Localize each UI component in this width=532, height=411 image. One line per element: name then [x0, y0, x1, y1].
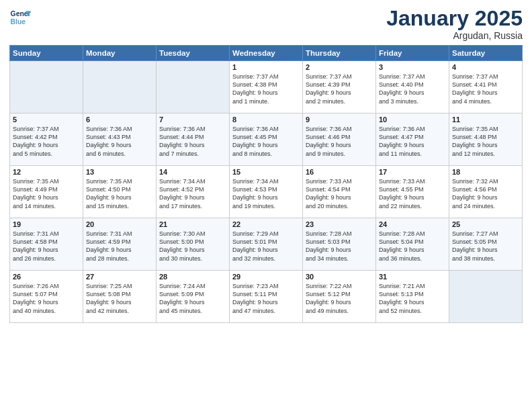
weekday-header-sunday: Sunday [10, 46, 83, 61]
day-detail: Sunrise: 7:22 AM Sunset: 5:12 PM Dayligh… [306, 282, 373, 315]
day-number: 24 [379, 220, 446, 228]
day-detail: Sunrise: 7:36 AM Sunset: 4:46 PM Dayligh… [306, 125, 373, 158]
calendar-cell: 24Sunrise: 7:28 AM Sunset: 5:04 PM Dayli… [376, 218, 449, 271]
calendar-cell: 19Sunrise: 7:31 AM Sunset: 4:58 PM Dayli… [10, 218, 83, 271]
calendar-cell: 5Sunrise: 7:37 AM Sunset: 4:42 PM Daylig… [10, 113, 83, 166]
calendar-cell: 18Sunrise: 7:32 AM Sunset: 4:56 PM Dayli… [449, 166, 523, 218]
logo-icon: General Blue [9, 7, 31, 28]
day-number: 10 [379, 116, 446, 124]
day-number: 23 [306, 220, 373, 228]
calendar-cell: 13Sunrise: 7:35 AM Sunset: 4:50 PM Dayli… [83, 166, 157, 218]
calendar-cell: 31Sunrise: 7:21 AM Sunset: 5:13 PM Dayli… [376, 271, 449, 323]
calendar-cell: 16Sunrise: 7:33 AM Sunset: 4:54 PM Dayli… [303, 166, 376, 218]
day-number: 9 [306, 116, 373, 124]
svg-text:Blue: Blue [11, 18, 26, 26]
day-detail: Sunrise: 7:33 AM Sunset: 4:55 PM Dayligh… [379, 177, 446, 210]
day-number: 26 [13, 273, 80, 281]
day-detail: Sunrise: 7:30 AM Sunset: 5:00 PM Dayligh… [159, 230, 226, 263]
day-number: 8 [232, 116, 300, 124]
calendar-cell [157, 61, 230, 113]
calendar-cell: 30Sunrise: 7:22 AM Sunset: 5:12 PM Dayli… [303, 271, 376, 323]
weekday-header-thursday: Thursday [303, 46, 376, 61]
day-detail: Sunrise: 7:23 AM Sunset: 5:11 PM Dayligh… [232, 282, 300, 315]
day-number: 22 [232, 220, 300, 228]
calendar-cell: 27Sunrise: 7:25 AM Sunset: 5:08 PM Dayli… [83, 271, 157, 323]
weekday-header-wednesday: Wednesday [230, 46, 303, 61]
day-detail: Sunrise: 7:37 AM Sunset: 4:41 PM Dayligh… [452, 73, 519, 105]
day-number: 29 [232, 273, 300, 281]
day-number: 28 [159, 273, 226, 281]
header: General Blue January 2025 Argudan, Russi… [9, 7, 523, 41]
calendar-cell: 10Sunrise: 7:36 AM Sunset: 4:47 PM Dayli… [376, 113, 449, 166]
week-row-5: 26Sunrise: 7:26 AM Sunset: 5:07 PM Dayli… [10, 271, 523, 323]
day-number: 27 [86, 273, 153, 281]
title-block: January 2025 Argudan, Russia [386, 7, 523, 41]
calendar-cell: 3Sunrise: 7:37 AM Sunset: 4:40 PM Daylig… [376, 61, 449, 113]
calendar-cell: 15Sunrise: 7:34 AM Sunset: 4:53 PM Dayli… [230, 166, 303, 218]
day-detail: Sunrise: 7:36 AM Sunset: 4:45 PM Dayligh… [232, 125, 300, 158]
day-detail: Sunrise: 7:35 AM Sunset: 4:49 PM Dayligh… [13, 177, 80, 210]
day-detail: Sunrise: 7:37 AM Sunset: 4:42 PM Dayligh… [13, 125, 80, 158]
day-detail: Sunrise: 7:36 AM Sunset: 4:43 PM Dayligh… [86, 125, 153, 158]
calendar-cell: 6Sunrise: 7:36 AM Sunset: 4:43 PM Daylig… [83, 113, 157, 166]
day-number: 13 [86, 168, 153, 176]
calendar-cell [10, 61, 83, 113]
week-row-3: 12Sunrise: 7:35 AM Sunset: 4:49 PM Dayli… [10, 166, 523, 218]
day-number: 3 [379, 63, 446, 71]
day-detail: Sunrise: 7:33 AM Sunset: 4:54 PM Dayligh… [306, 177, 373, 210]
day-number: 20 [86, 220, 153, 228]
day-detail: Sunrise: 7:37 AM Sunset: 4:38 PM Dayligh… [232, 73, 300, 105]
day-number: 1 [232, 63, 300, 71]
weekday-header-tuesday: Tuesday [157, 46, 230, 61]
day-detail: Sunrise: 7:31 AM Sunset: 4:59 PM Dayligh… [86, 230, 153, 263]
day-detail: Sunrise: 7:28 AM Sunset: 5:03 PM Dayligh… [306, 230, 373, 263]
calendar-cell: 22Sunrise: 7:29 AM Sunset: 5:01 PM Dayli… [230, 218, 303, 271]
day-number: 4 [452, 63, 519, 71]
logo: General Blue [9, 7, 31, 28]
day-number: 19 [13, 220, 80, 228]
day-number: 2 [306, 63, 373, 71]
day-detail: Sunrise: 7:36 AM Sunset: 4:44 PM Dayligh… [159, 125, 226, 158]
week-row-1: 1Sunrise: 7:37 AM Sunset: 4:38 PM Daylig… [10, 61, 523, 113]
calendar-cell [83, 61, 157, 113]
subtitle: Argudan, Russia [386, 30, 523, 41]
day-number: 17 [379, 168, 446, 176]
calendar-cell: 21Sunrise: 7:30 AM Sunset: 5:00 PM Dayli… [157, 218, 230, 271]
day-detail: Sunrise: 7:26 AM Sunset: 5:07 PM Dayligh… [13, 282, 80, 315]
day-detail: Sunrise: 7:36 AM Sunset: 4:47 PM Dayligh… [379, 125, 446, 158]
calendar-cell: 23Sunrise: 7:28 AM Sunset: 5:03 PM Dayli… [303, 218, 376, 271]
calendar-cell: 26Sunrise: 7:26 AM Sunset: 5:07 PM Dayli… [10, 271, 83, 323]
calendar-cell: 1Sunrise: 7:37 AM Sunset: 4:38 PM Daylig… [230, 61, 303, 113]
calendar-cell: 4Sunrise: 7:37 AM Sunset: 4:41 PM Daylig… [449, 61, 523, 113]
day-number: 18 [452, 168, 519, 176]
day-detail: Sunrise: 7:35 AM Sunset: 4:48 PM Dayligh… [452, 125, 519, 158]
day-detail: Sunrise: 7:21 AM Sunset: 5:13 PM Dayligh… [379, 282, 446, 315]
day-detail: Sunrise: 7:32 AM Sunset: 4:56 PM Dayligh… [452, 177, 519, 210]
day-number: 21 [159, 220, 226, 228]
day-detail: Sunrise: 7:34 AM Sunset: 4:53 PM Dayligh… [232, 177, 300, 210]
day-detail: Sunrise: 7:24 AM Sunset: 5:09 PM Dayligh… [159, 282, 226, 315]
calendar-cell: 12Sunrise: 7:35 AM Sunset: 4:49 PM Dayli… [10, 166, 83, 218]
calendar-cell: 8Sunrise: 7:36 AM Sunset: 4:45 PM Daylig… [230, 113, 303, 166]
day-number: 16 [306, 168, 373, 176]
main-title: January 2025 [386, 7, 523, 30]
calendar-cell: 17Sunrise: 7:33 AM Sunset: 4:55 PM Dayli… [376, 166, 449, 218]
weekday-header-row: SundayMondayTuesdayWednesdayThursdayFrid… [10, 46, 523, 61]
page: General Blue January 2025 Argudan, Russi… [0, 0, 532, 411]
calendar-cell: 11Sunrise: 7:35 AM Sunset: 4:48 PM Dayli… [449, 113, 523, 166]
day-number: 11 [452, 116, 519, 124]
day-detail: Sunrise: 7:35 AM Sunset: 4:50 PM Dayligh… [86, 177, 153, 210]
calendar-cell: 9Sunrise: 7:36 AM Sunset: 4:46 PM Daylig… [303, 113, 376, 166]
calendar-table: SundayMondayTuesdayWednesdayThursdayFrid… [9, 45, 523, 323]
day-detail: Sunrise: 7:34 AM Sunset: 4:52 PM Dayligh… [159, 177, 226, 210]
day-detail: Sunrise: 7:28 AM Sunset: 5:04 PM Dayligh… [379, 230, 446, 263]
week-row-2: 5Sunrise: 7:37 AM Sunset: 4:42 PM Daylig… [10, 113, 523, 166]
weekday-header-friday: Friday [376, 46, 449, 61]
weekday-header-monday: Monday [83, 46, 157, 61]
calendar-cell: 25Sunrise: 7:27 AM Sunset: 5:05 PM Dayli… [449, 218, 523, 271]
calendar-cell: 2Sunrise: 7:37 AM Sunset: 4:39 PM Daylig… [303, 61, 376, 113]
day-detail: Sunrise: 7:27 AM Sunset: 5:05 PM Dayligh… [452, 230, 519, 263]
day-detail: Sunrise: 7:37 AM Sunset: 4:40 PM Dayligh… [379, 73, 446, 105]
day-number: 6 [86, 116, 153, 124]
day-number: 25 [452, 220, 519, 228]
